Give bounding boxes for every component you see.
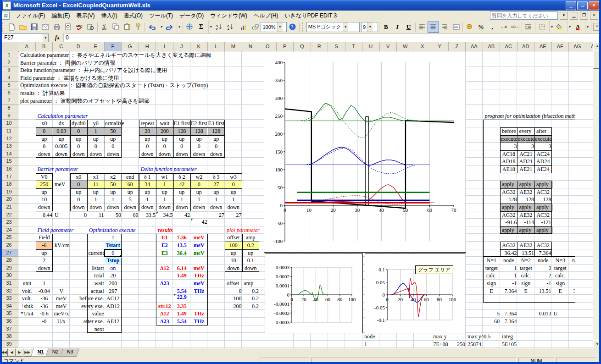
cell-L19[interactable]: up <box>208 189 225 196</box>
question-input[interactable] <box>490 11 558 20</box>
cell-I11[interactable]: 200 <box>156 128 173 135</box>
cell-F29[interactable]: on <box>105 265 122 272</box>
cell-M20[interactable]: 1 <box>225 196 242 203</box>
menu-ヘルプ(H)[interactable]: ヘルプ(H) <box>250 11 282 20</box>
align-right-button[interactable] <box>439 22 451 33</box>
cell-D19[interactable]: up <box>71 189 87 196</box>
cell-C11[interactable]: 0.03 <box>53 128 70 135</box>
cell-AC36[interactable]: 7.364 <box>501 318 518 325</box>
maximize-button[interactable]: □ <box>577 1 588 10</box>
open-button[interactable] <box>17 22 28 33</box>
cell-AD21[interactable]: apply <box>518 204 536 211</box>
cell-AC22[interactable]: AG32 <box>501 212 517 219</box>
cell-AC26[interactable]: AG32 <box>501 242 517 249</box>
cell-B13[interactable]: 0 <box>36 143 53 150</box>
cell-AE14[interactable]: AC24 <box>535 151 551 158</box>
cell-D12[interactable]: up <box>71 136 87 143</box>
cell-B19[interactable]: up <box>36 189 53 196</box>
cell-F28[interactable]: Tstop <box>105 257 122 264</box>
cell-AD16[interactable]: AE21 <box>518 166 534 173</box>
vertical-scroll-thumb[interactable] <box>593 50 601 69</box>
cell-B21[interactable]: down <box>36 204 53 211</box>
cell-H16[interactable]: Delta function parameter <box>139 166 209 173</box>
cell-AE11[interactable]: after <box>535 128 553 135</box>
cell-Y38[interactable]: max y <box>432 333 450 340</box>
cell-B11[interactable]: 0 <box>36 128 53 135</box>
cell-J18[interactable]: 42 <box>174 181 190 188</box>
percent-style-button[interactable]: % <box>475 22 487 33</box>
cell-AE30[interactable]: 2 <box>535 272 553 279</box>
cell-AB35[interactable]: 5 <box>484 310 501 317</box>
toolbar-options-icon[interactable]: » <box>593 23 601 31</box>
cell-I29[interactable]: Δ12 <box>156 265 173 272</box>
cell-J11[interactable]: 128 <box>174 128 190 135</box>
prev-tab-icon[interactable]: ◀ <box>8 348 16 357</box>
cell-F25[interactable]: 1 <box>105 234 122 241</box>
redo-dropdown-icon[interactable]: ▼ <box>177 21 182 33</box>
cell-AG30[interactable]: 3 <box>569 272 575 279</box>
borders-dropdown-icon[interactable]: ▼ <box>549 21 554 33</box>
cell-C36[interactable]: U/x <box>53 318 70 325</box>
cell-AF29[interactable]: target <box>552 265 569 272</box>
cell-A5[interactable]: Optimization execute ： 固有値の自動探索のスタート(Tst… <box>19 82 243 89</box>
cell-AB31[interactable]: sign <box>484 280 500 287</box>
cell-B25[interactable]: Field <box>36 234 53 241</box>
cell-L21[interactable]: down <box>208 204 225 211</box>
cell-J17[interactable]: δ 2 <box>174 174 190 181</box>
cell-N26[interactable]: 0.2 <box>243 242 259 249</box>
cell-B27[interactable]: up <box>36 250 53 257</box>
cell-AC20[interactable]: 128 <box>501 196 518 203</box>
cell-AC35[interactable]: 7.364 <box>501 310 518 317</box>
cell-L20[interactable]: 1 <box>208 196 225 203</box>
cell-E11[interactable]: 1 <box>88 128 104 135</box>
cell-AC38[interactable]: integ <box>501 333 518 340</box>
cell-K27[interactable]: meV <box>191 250 207 257</box>
cell-C22[interactable]: U <box>53 212 71 219</box>
cell-F30[interactable]: 20 <box>105 272 122 279</box>
toolbar-grip[interactable] <box>1 22 5 32</box>
cell-B16[interactable]: Barrier parameter <box>36 166 89 173</box>
cell-J12[interactable]: up <box>174 136 190 143</box>
cell-AD32[interactable]: E <box>518 288 534 295</box>
bold-button[interactable]: B <box>380 22 392 33</box>
chart-wizard-button[interactable] <box>238 22 250 33</box>
zoom-select[interactable]: 100%▼ <box>261 22 287 32</box>
cell-AE23[interactable]: -121 <box>535 219 553 226</box>
cell-M32[interactable]: 0 <box>225 288 243 295</box>
help-button[interactable]: ? <box>287 22 298 33</box>
cell-J29[interactable]: 6.14 <box>174 265 190 272</box>
paste-button[interactable] <box>121 22 133 33</box>
cell-H12[interactable]: up <box>139 136 156 143</box>
cell-H18[interactable]: 34 <box>139 181 156 188</box>
cell-C10[interactable]: dx <box>53 120 70 127</box>
cell-K17[interactable]: w2 <box>191 174 207 181</box>
cell-B32[interactable]: -0.04 <box>36 288 53 295</box>
first-tab-icon[interactable]: ◀◀ <box>0 348 8 357</box>
underline-button[interactable]: U <box>403 22 414 33</box>
increase-decimal-button[interactable]: ←.0 <box>498 22 509 33</box>
workbook-restore-button[interactable]: ❐ <box>580 12 588 20</box>
cell-G18[interactable]: 60 <box>122 181 139 188</box>
cell-E17[interactable]: x1 <box>88 174 104 181</box>
cell-AD29[interactable]: target <box>518 265 534 272</box>
cell-J35[interactable]: 1.49 <box>174 310 190 317</box>
cell-AC19[interactable]: AG32 <box>501 189 517 196</box>
minimize-button[interactable]: _ <box>566 1 576 10</box>
cell-I19[interactable]: up <box>156 189 173 196</box>
cell-AE21[interactable]: apply <box>535 204 553 211</box>
cell-G17[interactable]: end <box>122 174 139 181</box>
cell-AD18[interactable]: apply <box>518 181 536 188</box>
format-painter-button[interactable] <box>133 22 144 33</box>
cell-K22[interactable]: 42 <box>191 219 209 226</box>
cell-D20[interactable]: 0 <box>71 196 87 203</box>
cell-B9[interactable]: Calculation parameter <box>36 113 106 120</box>
cell-L13[interactable]: 0 <box>208 143 225 150</box>
sort-descending-button[interactable]: ZA <box>225 22 236 33</box>
cell-C18[interactable]: meV <box>53 181 71 188</box>
cell-I10[interactable]: wait <box>156 120 173 127</box>
drawing-button[interactable] <box>250 22 261 33</box>
cell-AC24[interactable]: apply <box>501 227 518 234</box>
cell-AG31[interactable]: -1 <box>569 280 575 287</box>
cell-K35[interactable]: THz <box>191 310 207 317</box>
cell-D10[interactable]: dy/dt0 <box>71 120 87 127</box>
